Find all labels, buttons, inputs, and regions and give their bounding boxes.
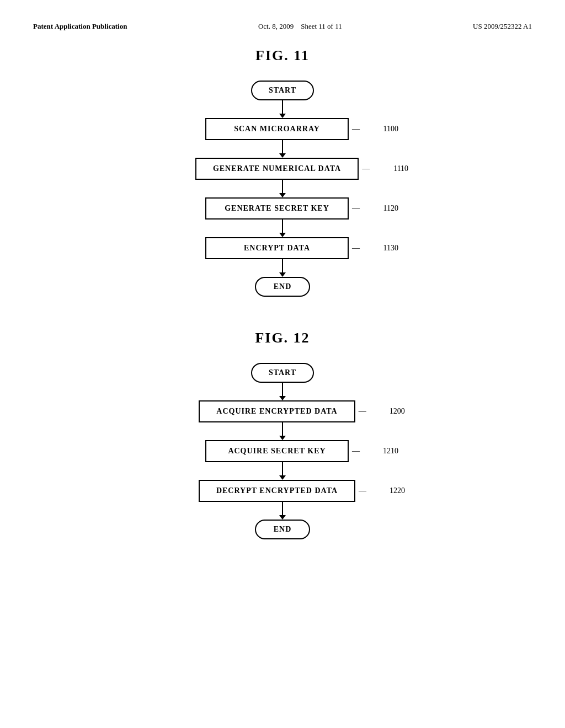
arrow-line bbox=[282, 462, 283, 475]
step-1220-wrapper: DECRYPT ENCRYPTED DATA — 1220 bbox=[199, 480, 366, 502]
arrow-11-3 bbox=[279, 220, 286, 237]
step-1110-box: GENERATE NUMERICAL DATA bbox=[195, 158, 359, 180]
step-1130-box: ENCRYPT DATA bbox=[205, 237, 349, 259]
arrow-line bbox=[282, 502, 283, 515]
end-terminal-12: END bbox=[255, 520, 310, 539]
arrow-11-2 bbox=[279, 180, 286, 197]
step-1210-label: 1210 bbox=[383, 447, 398, 456]
step-1130-label: 1130 bbox=[383, 244, 398, 253]
arrow-12-2 bbox=[279, 462, 286, 480]
flowchart-11: START SCAN MICROARRAY — 1100 bbox=[33, 81, 532, 297]
step-1100-box: SCAN MICROARRAY bbox=[205, 118, 349, 140]
arrow-line bbox=[282, 259, 283, 272]
arrow-head bbox=[279, 153, 286, 158]
fig12-title: FIG. 12 bbox=[33, 330, 532, 346]
page-header: Patent Application Publication Oct. 8, 2… bbox=[33, 22, 532, 31]
start-terminal-11: START bbox=[251, 81, 314, 100]
step-1120-label: 1120 bbox=[383, 204, 398, 213]
arrow-head bbox=[279, 193, 286, 197]
start-terminal-12: START bbox=[251, 363, 314, 383]
arrow-line bbox=[282, 422, 283, 436]
arrow-head bbox=[279, 114, 286, 118]
step-1220-box: DECRYPT ENCRYPTED DATA bbox=[199, 480, 355, 502]
header-sheet: Sheet 11 of 11 bbox=[301, 22, 342, 30]
arrow-11-1 bbox=[279, 140, 286, 158]
arrow-11-4 bbox=[279, 259, 286, 277]
fig11-title: FIG. 11 bbox=[33, 47, 532, 64]
step-1110-wrapper: GENERATE NUMERICAL DATA — 1110 bbox=[195, 158, 370, 180]
header-date-sheet: Oct. 8, 2009 Sheet 11 of 11 bbox=[258, 22, 342, 31]
end-terminal-11: END bbox=[255, 277, 310, 297]
step-1120-box: GENERATE SECRET KEY bbox=[205, 197, 349, 220]
step-1200-box: ACQUIRE ENCRYPTED DATA bbox=[199, 400, 355, 422]
arrow-line bbox=[282, 100, 283, 114]
step-1200-wrapper: ACQUIRE ENCRYPTED DATA — 1200 bbox=[199, 400, 366, 422]
arrow-12-0 bbox=[279, 383, 286, 400]
step-1120-wrapper: GENERATE SECRET KEY — 1120 bbox=[205, 197, 360, 220]
arrow-head bbox=[279, 475, 286, 480]
flowchart-12: START ACQUIRE ENCRYPTED DATA — 1200 bbox=[33, 363, 532, 539]
arrow-11-0 bbox=[279, 100, 286, 118]
step-1100-wrapper: SCAN MICROARRAY — 1100 bbox=[205, 118, 360, 140]
arrow-line bbox=[282, 220, 283, 233]
step-1110-label: 1110 bbox=[393, 164, 408, 173]
step-1100-label: 1100 bbox=[383, 125, 398, 133]
figure-11-section: FIG. 11 START SCAN MICROARRAY — 1100 bbox=[33, 47, 532, 297]
arrow-line bbox=[282, 180, 283, 193]
step-1130-wrapper: ENCRYPT DATA — 1130 bbox=[205, 237, 360, 259]
arrow-head bbox=[279, 515, 286, 520]
arrow-12-3 bbox=[279, 502, 286, 520]
step-1200-label: 1200 bbox=[390, 407, 405, 416]
page: Patent Application Publication Oct. 8, 2… bbox=[0, 0, 565, 728]
step-1210-wrapper: ACQUIRE SECRET KEY — 1210 bbox=[205, 440, 360, 462]
arrow-line bbox=[282, 140, 283, 153]
arrow-head bbox=[279, 233, 286, 237]
arrow-head bbox=[279, 436, 286, 440]
arrow-head bbox=[279, 396, 286, 400]
step-1210-box: ACQUIRE SECRET KEY bbox=[205, 440, 349, 462]
header-publication-label: Patent Application Publication bbox=[33, 22, 127, 31]
figure-12-section: FIG. 12 START ACQUIRE ENCRYPTED DATA — 1… bbox=[33, 330, 532, 539]
step-1220-label: 1220 bbox=[390, 486, 405, 495]
arrow-line bbox=[282, 383, 283, 396]
arrow-12-1 bbox=[279, 422, 286, 440]
header-date: Oct. 8, 2009 bbox=[258, 22, 294, 30]
header-patent-number: US 2009/252322 A1 bbox=[473, 22, 532, 31]
arrow-head bbox=[279, 272, 286, 277]
